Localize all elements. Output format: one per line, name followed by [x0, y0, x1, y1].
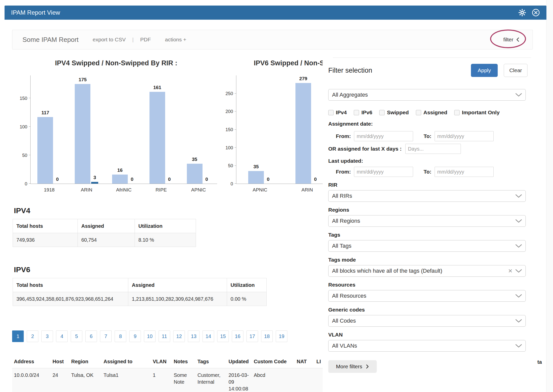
bar-value-label: 35: [253, 164, 259, 170]
bar-value-label: 161: [153, 85, 161, 90]
from-label: From:: [336, 169, 351, 175]
column-header-custom-code: Custom Code: [252, 355, 295, 368]
page-button-3[interactable]: 3: [41, 330, 53, 342]
page-button-4[interactable]: 4: [56, 330, 68, 342]
bar-value-label: 0: [205, 177, 208, 182]
assigned-checkbox[interactable]: Assigned: [416, 109, 447, 116]
page-button-10[interactable]: 10: [144, 330, 156, 342]
export-csv-link[interactable]: export to CSV: [93, 37, 126, 43]
actions-menu-link[interactable]: actions +: [165, 37, 186, 43]
report-title: Some IPAM Report: [22, 36, 79, 44]
page-button-1[interactable]: 1: [12, 330, 24, 342]
chevron-right-icon: [366, 364, 369, 369]
checkbox-box[interactable]: [354, 110, 359, 115]
page-button-18[interactable]: 18: [261, 330, 273, 342]
chevron-down-icon: [515, 319, 522, 323]
chevron-down-icon: [515, 269, 522, 273]
page-button-12[interactable]: 12: [173, 330, 185, 342]
checkbox-box[interactable]: [328, 110, 334, 115]
checkbox-label: Important Only: [462, 109, 499, 116]
last-updated-to-input[interactable]: [435, 167, 494, 177]
bar-group-afrinic: 160AfriNIC: [112, 75, 136, 184]
important-only-checkbox[interactable]: Important Only: [454, 109, 499, 116]
filter-toggle-button[interactable]: filter: [503, 37, 519, 43]
non-swipped-bar: 3: [91, 182, 98, 184]
page-button-7[interactable]: 7: [100, 330, 112, 342]
select-value: All Aggregates: [332, 92, 368, 98]
table-cell: Some Note: [172, 368, 196, 392]
ipv4-chart-title: IPV4 Swipped / Non-Swipped By RIR :: [15, 59, 217, 68]
bar-group-apnic: 350APNIC: [187, 75, 210, 184]
page-button-13[interactable]: 13: [188, 330, 199, 342]
assignment-date-label: Assignment date:: [328, 121, 531, 127]
ipv6-checkbox[interactable]: IPv6: [354, 109, 372, 116]
table-cell: Tulsa1: [102, 368, 151, 392]
filter-panel: Filter selection Apply Clear All Aggrega…: [323, 49, 537, 392]
apply-button[interactable]: Apply: [471, 64, 498, 77]
page-button-17[interactable]: 17: [246, 330, 258, 342]
tags-mode-select[interactable]: All blocks which have all of the tags (D…: [328, 265, 526, 277]
page-button-6[interactable]: 6: [85, 330, 97, 342]
category-label: RIPE: [156, 187, 167, 193]
rir-select[interactable]: All RIRs: [328, 190, 526, 202]
aggregates-select[interactable]: All Aggregates: [328, 89, 526, 101]
ipv4-checkbox[interactable]: IPv4: [328, 109, 347, 116]
last-updated-from-input[interactable]: [354, 167, 413, 177]
chevron-down-icon: [515, 194, 522, 198]
page-button-11[interactable]: 11: [159, 330, 170, 342]
settings-gear-icon[interactable]: [518, 9, 526, 17]
vlan-select[interactable]: All VLANs: [328, 340, 526, 352]
swipped-checkbox[interactable]: Swipped: [379, 109, 409, 116]
table-cell: 396,453,924,358,601,876,923,968,651,264: [13, 292, 128, 306]
generic-codes-select[interactable]: All Codes: [328, 315, 526, 327]
checkbox-label: IPv4: [336, 109, 347, 116]
assignment-date-to-input[interactable]: [435, 131, 494, 141]
category-label: AfriNIC: [116, 187, 132, 193]
page-button-5[interactable]: 5: [71, 330, 82, 342]
chevron-down-icon: [515, 244, 522, 248]
page-button-9[interactable]: 9: [129, 330, 141, 342]
bar-value-label: 117: [41, 110, 49, 116]
page-button-15[interactable]: 15: [217, 330, 229, 342]
page-button-8[interactable]: 8: [115, 330, 126, 342]
page-button-19[interactable]: 19: [276, 330, 287, 342]
assignment-date-from-input[interactable]: [354, 131, 413, 141]
clear-button[interactable]: Clear: [504, 64, 527, 77]
last-x-days-input[interactable]: [405, 144, 461, 154]
resources-select[interactable]: All Resources: [328, 290, 526, 302]
vlan-field: VLANAll VLANs: [328, 332, 531, 352]
checkbox-box[interactable]: [454, 110, 460, 115]
page-button-16[interactable]: 16: [232, 330, 243, 342]
table-cell: 749,936: [13, 233, 78, 247]
resources-label: Resources: [328, 282, 531, 288]
window-scrollbar[interactable]: [546, 0, 553, 392]
bar-value-label: 0: [168, 177, 171, 182]
page-button-2[interactable]: 2: [27, 330, 38, 342]
regions-label: Regions: [328, 207, 531, 213]
more-filters-button[interactable]: More filters: [328, 360, 377, 373]
checkbox-box[interactable]: [416, 110, 421, 115]
panel-divider: [333, 58, 531, 58]
tags-select[interactable]: All Tags: [328, 240, 526, 252]
clipped-column-header: ta: [537, 359, 542, 365]
last-x-days-label: OR assigned for last X days :: [328, 146, 402, 152]
swipped-bar: 175: [75, 84, 90, 184]
table-cell: 24: [51, 368, 69, 392]
table-cell: 10.0.0.0/24: [12, 368, 51, 392]
table-row[interactable]: 10.0.0.0/2424Tulsa, OKTulsa11Some NoteCu…: [12, 368, 345, 392]
table-cell: Customer, Internal: [196, 368, 227, 392]
last-x-days-row: OR assigned for last X days :: [328, 144, 531, 154]
pdf-link[interactable]: PDF: [140, 37, 151, 43]
swipped-bar: 35: [248, 171, 264, 184]
bar-value-label: 0: [56, 177, 59, 182]
page-button-14[interactable]: 14: [203, 330, 214, 342]
resources-field: ResourcesAll Resources: [328, 282, 531, 302]
column-header-total-hosts: Total hosts: [13, 219, 78, 233]
bar-value-label: 35: [192, 157, 197, 162]
clear-selection-icon[interactable]: ×: [508, 267, 512, 274]
filter-selects: RIRAll RIRsRegionsAll RegionsTagsAll Tag…: [328, 182, 531, 352]
close-window-icon[interactable]: [532, 9, 540, 17]
bar-group-arin: 2790ARIN: [295, 75, 319, 184]
regions-select[interactable]: All Regions: [328, 215, 526, 227]
checkbox-box[interactable]: [379, 110, 385, 115]
